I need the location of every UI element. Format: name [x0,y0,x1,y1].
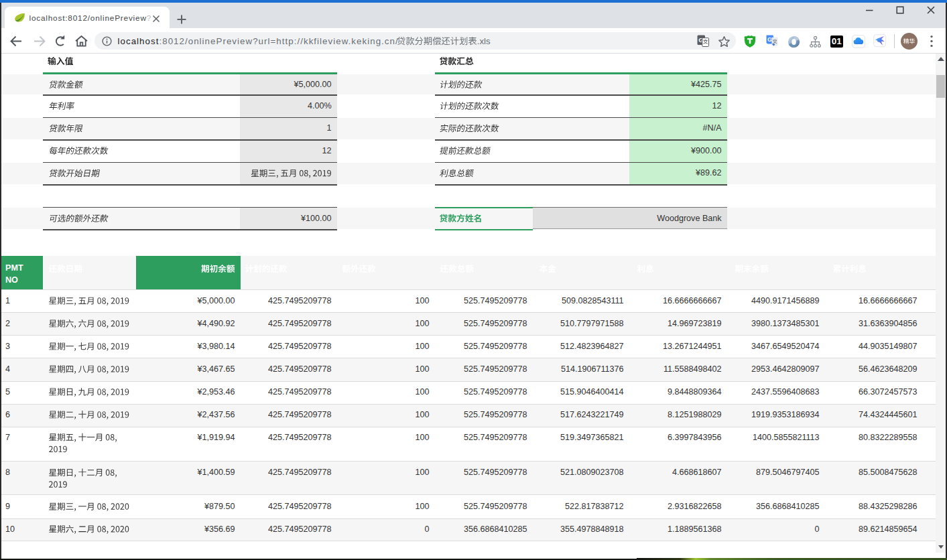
svg-text:G: G [767,36,772,43]
